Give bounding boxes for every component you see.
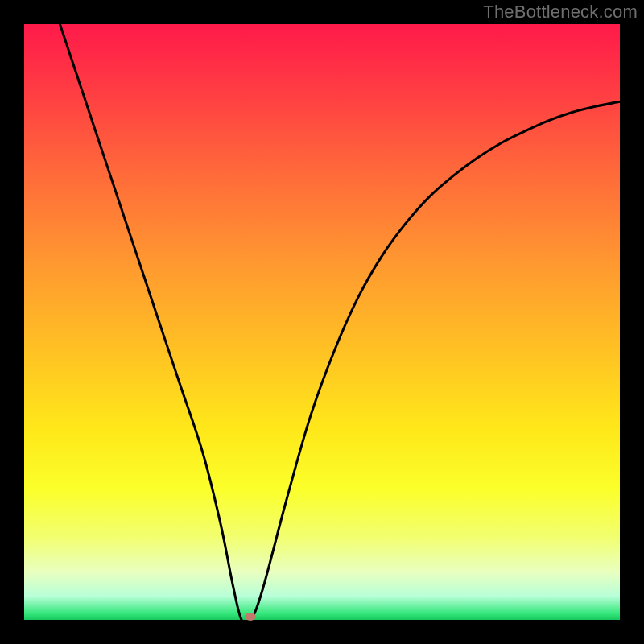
chart-plot-area xyxy=(24,24,620,620)
watermark-text: TheBottleneck.com xyxy=(483,2,638,23)
optimal-point-marker xyxy=(245,613,256,621)
bottleneck-curve xyxy=(24,24,620,620)
